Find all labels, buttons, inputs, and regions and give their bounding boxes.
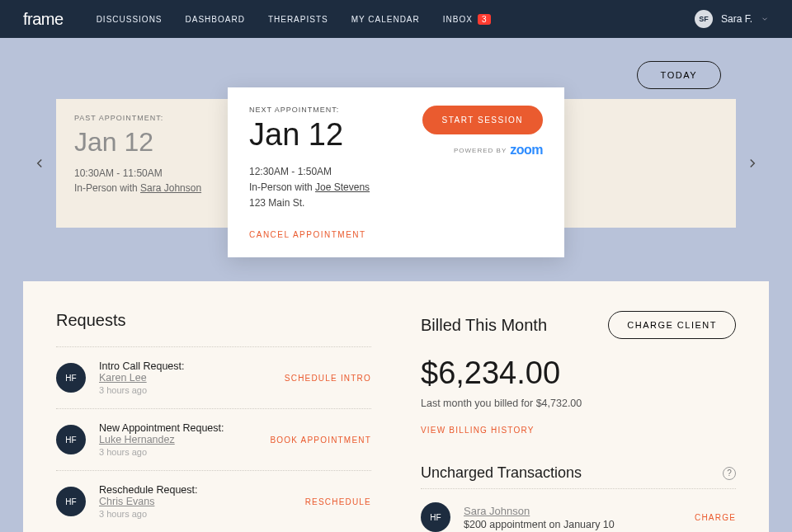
carousel-next-button[interactable] <box>736 156 769 171</box>
request-type: Reschedule Request: <box>99 484 305 496</box>
cancel-appointment-link[interactable]: CANCEL APPOINTMENT <box>249 230 543 239</box>
transaction-item: HF Sara Johnson $200 appointment on Janu… <box>421 488 736 532</box>
dashboard-panel: Requests HF Intro Call Request: Karen Le… <box>23 281 769 532</box>
billed-amount: $6,234.00 <box>421 355 736 391</box>
requests-section: Requests HF Intro Call Request: Karen Le… <box>56 311 371 532</box>
request-client[interactable]: Luke Hernandez <box>99 434 270 445</box>
request-type: Intro Call Request: <box>99 360 285 372</box>
transaction-desc: $200 appointment on January 10 <box>464 519 695 530</box>
card-client[interactable]: Sara Johnson <box>140 182 201 194</box>
inbox-badge: 3 <box>478 14 492 25</box>
card-time: 12:30AM - 1:50AM <box>249 164 422 180</box>
card-mode: In-Person with <box>74 182 140 194</box>
avatar: HF <box>56 487 86 516</box>
nav-item-dashboard[interactable]: DASHBOARD <box>186 14 245 25</box>
chevron-right-icon <box>745 156 760 171</box>
next-appointment-card: NEXT APPOINTMENT: Jan 12 12:30AM - 1:50A… <box>228 87 564 257</box>
navbar: frame DISCUSSIONS DASHBOARD THERAPISTS M… <box>0 0 792 38</box>
request-item: HF Reschedule Request: Chris Evans 3 hou… <box>56 470 371 532</box>
nav-item-discussions[interactable]: DISCUSSIONS <box>97 14 163 25</box>
chevron-down-icon <box>761 15 769 23</box>
reschedule-button[interactable]: RESCHEDULE <box>305 497 371 506</box>
nav-item-calendar[interactable]: MY CALENDAR <box>351 14 420 25</box>
billed-compare: Last month you billed for $4,732.00 <box>421 398 736 409</box>
request-client[interactable]: Chris Evans <box>99 496 305 507</box>
avatar: HF <box>56 425 86 454</box>
zoom-logo-icon: zoom <box>510 143 543 158</box>
inbox-label: INBOX <box>443 15 473 24</box>
today-button[interactable]: TODAY <box>637 61 721 89</box>
view-billing-history-link[interactable]: VIEW BILLING HISTORY <box>421 426 535 435</box>
user-menu[interactable]: SF Sara F. <box>695 10 769 28</box>
request-client[interactable]: Karen Lee <box>99 372 285 384</box>
section-title: Requests <box>56 311 126 330</box>
card-address: 123 Main St. <box>249 195 422 211</box>
charge-button[interactable]: CHARGE <box>695 513 736 522</box>
book-appointment-button[interactable]: BOOK APPOINTMENT <box>270 435 371 445</box>
nav-links: DISCUSSIONS DASHBOARD THERAPISTS MY CALE… <box>97 14 492 25</box>
appointments-carousel-section: TODAY PAST APPOINTMENT: Jan 12 10:30AM -… <box>0 38 792 273</box>
avatar: SF <box>695 10 713 28</box>
request-type: New Appointment Request: <box>99 422 270 434</box>
request-time: 3 hours ago <box>99 509 305 519</box>
card-meta: 12:30AM - 1:50AM In-Person with Joe Stev… <box>249 164 422 212</box>
section-title: Billed This Month <box>421 316 547 335</box>
request-time: 3 hours ago <box>99 447 270 457</box>
avatar: HF <box>56 363 86 393</box>
request-item: HF Intro Call Request: Karen Lee 3 hours… <box>56 346 371 408</box>
nav-item-inbox[interactable]: INBOX 3 <box>443 14 492 25</box>
request-time: 3 hours ago <box>99 385 285 395</box>
requests-list: HF Intro Call Request: Karen Lee 3 hours… <box>56 346 371 532</box>
powered-label: POWERED BY <box>454 147 507 154</box>
carousel-prev-button[interactable] <box>23 156 56 171</box>
avatar: HF <box>421 502 450 532</box>
schedule-intro-button[interactable]: SCHEDULE INTRO <box>285 374 371 383</box>
appointment-cards: PAST APPOINTMENT: Jan 12 10:30AM - 11:50… <box>56 99 736 228</box>
chevron-left-icon <box>32 156 47 171</box>
start-session-button[interactable]: START SESSION <box>422 106 543 134</box>
request-item: HF New Appointment Request: Luke Hernand… <box>56 408 371 470</box>
card-client[interactable]: Joe Stevens <box>315 181 370 193</box>
uncharged-title: Uncharged Transactions <box>421 464 582 482</box>
help-icon[interactable]: ? <box>723 467 736 480</box>
charge-client-button[interactable]: CHARGE CLIENT <box>608 311 736 339</box>
nav-item-therapists[interactable]: THERAPISTS <box>268 14 328 25</box>
card-date: Jan 12 <box>249 117 422 153</box>
user-name: Sara F. <box>721 13 752 25</box>
logo[interactable]: frame <box>23 10 64 29</box>
billing-section: Billed This Month CHARGE CLIENT $6,234.0… <box>421 311 736 532</box>
transaction-client[interactable]: Sara Johnson <box>464 505 695 517</box>
card-mode: In-Person with <box>249 181 315 193</box>
card-label: NEXT APPOINTMENT: <box>249 106 422 114</box>
powered-by: POWERED BY zoom <box>422 143 543 158</box>
